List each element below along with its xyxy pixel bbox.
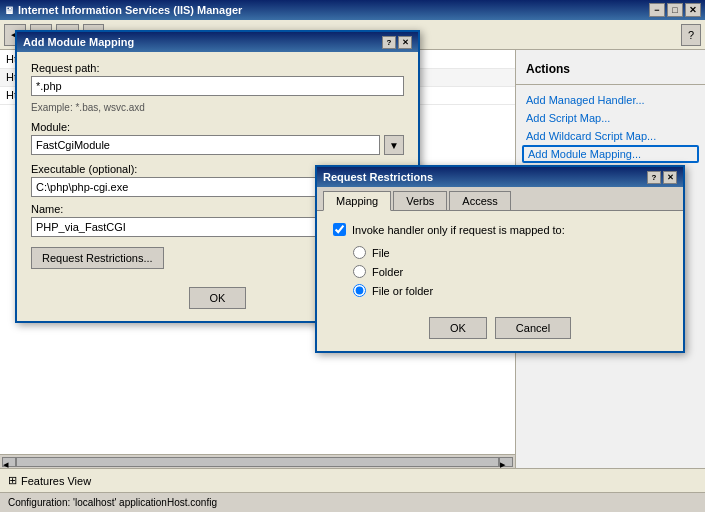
dialog-add-module-title: Add Module Mapping bbox=[23, 36, 134, 48]
radio-group: File Folder File or folder bbox=[353, 246, 667, 297]
dialog-restrictions-footer: OK Cancel bbox=[317, 309, 683, 351]
request-path-hint: Example: *.bas, wsvc.axd bbox=[31, 102, 404, 113]
tab-content-mapping: Invoke handler only if request is mapped… bbox=[317, 211, 683, 309]
request-restrictions-button[interactable]: Request Restrictions... bbox=[31, 247, 164, 269]
restrictions-cancel-button[interactable]: Cancel bbox=[495, 317, 571, 339]
radio-folder-label: Folder bbox=[372, 266, 403, 278]
dialog-restrictions: Request Restrictions ? ✕ Mapping Verbs A… bbox=[315, 165, 685, 353]
radio-folder-row: Folder bbox=[353, 265, 667, 278]
dialog-add-module-titlebar: Add Module Mapping ? ✕ bbox=[17, 32, 418, 52]
request-path-input[interactable] bbox=[31, 76, 404, 96]
invoke-handler-label: Invoke handler only if request is mapped… bbox=[352, 224, 565, 236]
restrictions-help-button[interactable]: ? bbox=[647, 171, 661, 184]
module-label: Module: bbox=[31, 121, 404, 133]
modal-backdrop: Add Module Mapping ? ✕ Request path: Exa… bbox=[0, 0, 705, 512]
radio-file-or-folder-label: File or folder bbox=[372, 285, 433, 297]
invoke-handler-row: Invoke handler only if request is mapped… bbox=[333, 223, 667, 236]
radio-file[interactable] bbox=[353, 246, 366, 259]
tabs-bar: Mapping Verbs Access bbox=[317, 187, 683, 211]
dialog-restrictions-title: Request Restrictions bbox=[323, 171, 433, 183]
tab-mapping[interactable]: Mapping bbox=[323, 191, 391, 211]
radio-file-label: File bbox=[372, 247, 390, 259]
tab-access[interactable]: Access bbox=[449, 191, 510, 210]
module-input[interactable] bbox=[31, 135, 380, 155]
request-path-label: Request path: bbox=[31, 62, 404, 74]
radio-folder[interactable] bbox=[353, 265, 366, 278]
dialog-close-button[interactable]: ✕ bbox=[398, 36, 412, 49]
restrictions-ok-button[interactable]: OK bbox=[429, 317, 487, 339]
radio-file-or-folder-row: File or folder bbox=[353, 284, 667, 297]
tab-verbs[interactable]: Verbs bbox=[393, 191, 447, 210]
module-dropdown-btn[interactable]: ▼ bbox=[384, 135, 404, 155]
radio-file-or-folder[interactable] bbox=[353, 284, 366, 297]
dialog-ok-button[interactable]: OK bbox=[189, 287, 247, 309]
restrictions-close-button[interactable]: ✕ bbox=[663, 171, 677, 184]
dialog-restrictions-titlebar: Request Restrictions ? ✕ bbox=[317, 167, 683, 187]
invoke-handler-checkbox[interactable] bbox=[333, 223, 346, 236]
dialog-help-button[interactable]: ? bbox=[382, 36, 396, 49]
radio-file-row: File bbox=[353, 246, 667, 259]
